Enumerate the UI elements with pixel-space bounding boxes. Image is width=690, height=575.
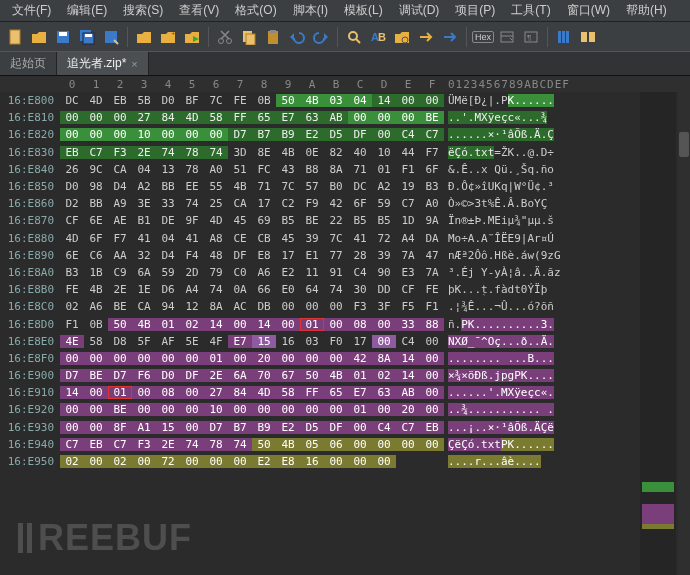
close-icon[interactable]: × — [131, 58, 137, 70]
offset-address: 16:E810 — [0, 111, 60, 124]
menu-item[interactable]: 项目(P) — [447, 0, 503, 21]
svg-rect-24 — [581, 32, 587, 42]
folder-play-icon[interactable] — [181, 26, 203, 48]
hex-editor[interactable]: 0123456789ABCDEF 0123456789ABCDEF 16:E80… — [0, 76, 690, 575]
compare-icon[interactable] — [577, 26, 599, 48]
menu-item[interactable]: 格式(O) — [227, 0, 284, 21]
find-icon[interactable] — [343, 26, 365, 48]
redo-icon[interactable] — [310, 26, 332, 48]
hex-row[interactable]: 16:E9200000BE00000010000000000001002000.… — [0, 401, 690, 418]
menu-item[interactable]: 调试(D) — [391, 0, 448, 21]
hex-bytes[interactable]: 4E58D85FAF5E4FE7151603F01700C400 — [60, 335, 444, 348]
hex-bytes[interactable]: DC4DEB5BD0BF7CFE0B504B0304140000 — [60, 94, 444, 107]
hex-bytes[interactable]: D098D4A2BBEE554B717C57B0DCA219B3 — [60, 180, 444, 193]
hex-row[interactable]: 16:E940C7EBC7F32E747874504B050600000000Ç… — [0, 436, 690, 453]
hex-bytes[interactable]: 0200020072000000E2E816000000 — [60, 455, 444, 468]
hex-bytes[interactable]: 00000010000000D7B7B9E2D5DF00C4C7 — [60, 128, 444, 141]
hex-row[interactable]: 16:E82000000010000000D7B7B9E2D5DF00C4C7.… — [0, 126, 690, 143]
hex-row[interactable]: 16:E8906EC6AA32D4F448DFE817E17728397A47n… — [0, 247, 690, 264]
hex-mode-badge[interactable]: Hex — [472, 31, 494, 43]
copy-icon[interactable] — [238, 26, 260, 48]
hex-bytes[interactable]: 00008FA11500D7B7B9E2D5DF00C4C7EB — [60, 421, 444, 434]
hex-row[interactable]: 16:E830EBC7F32E7478743D8E4B0E82401044F7ë… — [0, 144, 690, 161]
hex-bytes[interactable]: EBC7F32E7478743D8E4B0E82401044F7 — [60, 146, 444, 159]
goto-icon[interactable] — [391, 26, 413, 48]
minimap[interactable] — [640, 92, 676, 575]
hex-row[interactable]: 16:E8D0F10B504B010214001400010008003388ñ… — [0, 315, 690, 332]
menu-item[interactable]: 查看(V) — [171, 0, 227, 21]
menu-item[interactable]: 搜索(S) — [115, 0, 171, 21]
hex-row[interactable]: 16:E9500200020072000000E2E816000000....r… — [0, 453, 690, 470]
menu-item[interactable]: 文件(F) — [4, 0, 59, 21]
hex-bytes[interactable]: B31BC96A592D79C0A6E21191C490E37A — [60, 266, 444, 279]
menu-item[interactable]: 模板(L) — [336, 0, 391, 21]
ascii-dump: Ïn®±Þ.MEiµ¾"µµ.š — [444, 214, 604, 227]
menu-item[interactable]: 工具(T) — [503, 0, 558, 21]
hex-bytes[interactable]: 0000BE00000010000000000001002000 — [60, 403, 444, 416]
save-as-icon[interactable] — [100, 26, 122, 48]
tabstrip: 起始页追光者.zip*× — [0, 52, 690, 76]
ascii-dump: ....r...âè.... — [444, 455, 604, 468]
hex-row[interactable]: 16:E8A0B31BC96A592D79C0A6E21191C490E37A³… — [0, 264, 690, 281]
hex-bytes[interactable]: CF6EAEB1DE9F4D4569B5BE22B5B51D9A — [60, 214, 444, 227]
hex-bytes[interactable]: C7EBC7F32E747874504B050600000000 — [60, 438, 444, 451]
menu-item[interactable]: 脚本(I) — [285, 0, 336, 21]
toggle-panel-icon[interactable] — [496, 26, 518, 48]
hex-row[interactable]: 16:E870CF6EAEB1DE9F4D4569B5BE22B5B51D9AÏ… — [0, 212, 690, 229]
hex-row[interactable]: 16:E860D2BBA93E337425CA17C2F9426F59C7A0Ò… — [0, 195, 690, 212]
editor-tab[interactable]: 起始页 — [0, 52, 57, 75]
columns-icon[interactable] — [553, 26, 575, 48]
folder-new-icon[interactable]: + — [157, 26, 179, 48]
hex-bytes[interactable]: 4D6FF7410441A8CECB45397C4172A4DA — [60, 232, 444, 245]
hex-bytes[interactable]: 02A6BECA94128AACDB000000F33FF5F1 — [60, 300, 444, 313]
offset-address: 16:E8E0 — [0, 335, 60, 348]
hex-row[interactable]: 16:E800DC4DEB5BD0BF7CFE0B504B0304140000Ü… — [0, 92, 690, 109]
terminal-icon[interactable]: ¶ — [520, 26, 542, 48]
menu-item[interactable]: 帮助(H) — [618, 0, 675, 21]
hex-row[interactable]: 16:E850D098D4A2BBEE554B717C57B0DCA219B3Ð… — [0, 178, 690, 195]
offset-address: 16:E800 — [0, 94, 60, 107]
menu-item[interactable]: 编辑(E) — [59, 0, 115, 21]
hex-row[interactable]: 16:E81000000027844D58FF65E763AB000000BE.… — [0, 109, 690, 126]
hex-bytes[interactable]: 269CCA041378A051FC43B88A7101F16F — [60, 163, 444, 176]
offset-address: 16:E840 — [0, 163, 60, 176]
hex-row[interactable]: 16:E8E04E58D85FAF5E4FE7151603F01700C400N… — [0, 333, 690, 350]
hex-bytes[interactable]: D2BBA93E337425CA17C2F9426F59C7A0 — [60, 197, 444, 210]
undo-icon[interactable] — [286, 26, 308, 48]
hex-bytes[interactable]: 000000000000010020000000428A1400 — [60, 352, 444, 365]
hex-bytes[interactable]: 00000027844D58FF65E763AB000000BE — [60, 111, 444, 124]
replace-icon[interactable]: AB — [367, 26, 389, 48]
jump-right2-icon[interactable] — [439, 26, 461, 48]
hex-row[interactable]: 16:E840269CCA041378A051FC43B88A7101F16F&… — [0, 161, 690, 178]
hex-rows[interactable]: 16:E800DC4DEB5BD0BF7CFE0B504B0304140000Ü… — [0, 92, 690, 470]
hex-bytes[interactable]: 6EC6AA32D4F448DFE817E17728397A47 — [60, 249, 444, 262]
open-folder-icon[interactable] — [28, 26, 50, 48]
save-icon[interactable] — [52, 26, 74, 48]
ascii-header: 0123456789ABCDEF — [444, 78, 604, 91]
ascii-dump: nÆª2Ôô.Hßè.áw(9zG — [444, 249, 604, 262]
hex-row[interactable]: 16:E8C002A6BECA94128AACDB000000F33FF5F1.… — [0, 298, 690, 315]
new-file-icon[interactable] — [4, 26, 26, 48]
hex-bytes[interactable]: F10B504B010214001400010008003388 — [60, 318, 444, 331]
offset-address: 16:E950 — [0, 455, 60, 468]
folder-icon[interactable] — [133, 26, 155, 48]
svg-text:B: B — [378, 31, 386, 43]
editor-tab[interactable]: 追光者.zip*× — [57, 52, 149, 75]
cut-icon[interactable] — [214, 26, 236, 48]
jump-right-icon[interactable] — [415, 26, 437, 48]
save-all-icon[interactable] — [76, 26, 98, 48]
menu-item[interactable]: 窗口(W) — [559, 0, 618, 21]
hex-row[interactable]: 16:E93000008FA11500D7B7B9E2D5DF00C4C7EB.… — [0, 419, 690, 436]
vertical-scrollbar[interactable] — [678, 92, 690, 575]
scrollbar-thumb[interactable] — [679, 132, 689, 157]
hex-row[interactable]: 16:E900D7BED7F6D0DF2E6A7067504B01021400×… — [0, 367, 690, 384]
hex-bytes[interactable]: FE4B2E1ED6A4740A66E0647430DDCFFE — [60, 283, 444, 296]
paste-icon[interactable] — [262, 26, 284, 48]
hex-row[interactable]: 16:E8804D6FF7410441A8CECB45397C4172A4DAM… — [0, 230, 690, 247]
hex-bytes[interactable]: 14000100080027844D58FF65E763AB00 — [60, 386, 444, 399]
hex-bytes[interactable]: D7BED7F6D0DF2E6A7067504B01021400 — [60, 369, 444, 382]
hex-row[interactable]: 16:E91014000100080027844D58FF65E763AB00.… — [0, 384, 690, 401]
hex-row[interactable]: 16:E8B0FE4B2E1ED6A4740A66E0647430DDCFFEþ… — [0, 281, 690, 298]
tab-label: 追光者.zip* — [67, 55, 126, 72]
hex-row[interactable]: 16:E8F0000000000000010020000000428A1400.… — [0, 350, 690, 367]
